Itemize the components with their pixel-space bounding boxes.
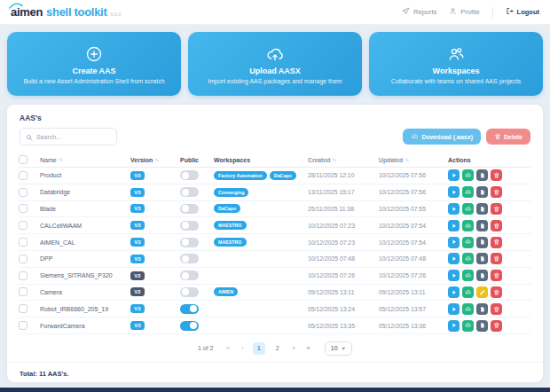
sort-icon[interactable]: ↑↓ bbox=[154, 157, 158, 162]
copy-action-button[interactable] bbox=[476, 169, 488, 181]
pagination-first-button[interactable]: « bbox=[224, 342, 232, 354]
download-action-button[interactable] bbox=[462, 237, 474, 248]
sort-icon[interactable]: ↑↓ bbox=[59, 157, 62, 162]
delete-action-button[interactable] bbox=[491, 286, 502, 298]
row-checkbox[interactable] bbox=[19, 321, 28, 330]
public-toggle[interactable] bbox=[180, 321, 199, 331]
pagination-prev-button[interactable]: ‹ bbox=[239, 342, 247, 354]
created-date: 28/11/2025 12:10 bbox=[308, 172, 379, 178]
sort-icon[interactable]: ↑↓ bbox=[405, 157, 408, 162]
public-toggle[interactable] bbox=[180, 170, 199, 180]
run-action-button[interactable] bbox=[448, 237, 460, 248]
delete-action-button[interactable] bbox=[491, 237, 502, 248]
sort-icon[interactable]: ↑↓ bbox=[332, 157, 335, 162]
public-toggle[interactable] bbox=[180, 221, 199, 231]
pagination-next-button[interactable]: › bbox=[290, 342, 298, 354]
select-all-checkbox[interactable] bbox=[19, 155, 28, 164]
bulk-delete-button[interactable]: Delete bbox=[486, 129, 530, 145]
public-toggle[interactable] bbox=[180, 238, 199, 247]
run-action-button[interactable] bbox=[448, 270, 460, 281]
nav-logout[interactable]: Logout bbox=[506, 7, 539, 17]
table-body: ProductV3Factory AutomationDaCapo28/11/2… bbox=[19, 168, 531, 334]
pagination: 1 of 2 « ‹ 12 › » 10 ▼ bbox=[7, 334, 543, 362]
download-action-button[interactable] bbox=[462, 286, 474, 298]
version-label: 0.0.0 bbox=[110, 12, 121, 17]
run-action-button[interactable] bbox=[448, 303, 460, 315]
row-checkbox[interactable] bbox=[19, 204, 28, 213]
delete-action-button[interactable] bbox=[491, 270, 502, 281]
copy-action-button[interactable] bbox=[476, 220, 488, 231]
table-row: Siemens_SITRANS_P320V210/12/2025 07:2610… bbox=[19, 268, 531, 285]
card-title: Workspaces bbox=[433, 67, 480, 75]
pagination-last-button[interactable]: » bbox=[303, 342, 312, 354]
upload-aasx-card[interactable]: Upload AASX Import existing AAS packages… bbox=[188, 32, 362, 96]
app-logo: aimen shell toolkit 0.0.0 bbox=[11, 5, 122, 19]
header-created[interactable]: Created↑↓ bbox=[308, 157, 379, 163]
copy-action-button[interactable] bbox=[476, 303, 488, 315]
delete-action-button[interactable] bbox=[491, 320, 502, 332]
download-action-button[interactable] bbox=[462, 303, 474, 315]
run-action-button[interactable] bbox=[448, 320, 460, 332]
copy-action-button[interactable] bbox=[476, 320, 488, 332]
run-action-button[interactable] bbox=[448, 286, 460, 298]
download-action-button[interactable] bbox=[462, 169, 474, 181]
delete-action-button[interactable] bbox=[491, 220, 502, 231]
created-date: 10/12/2025 07:23 bbox=[308, 223, 379, 229]
row-checkbox[interactable] bbox=[19, 304, 28, 313]
delete-action-button[interactable] bbox=[491, 186, 502, 198]
run-action-button[interactable] bbox=[448, 169, 460, 181]
copy-action-button[interactable] bbox=[476, 186, 488, 198]
row-checkbox[interactable] bbox=[19, 188, 28, 197]
download-aasx-label: Download (.aasx) bbox=[421, 134, 473, 140]
public-toggle[interactable] bbox=[180, 204, 199, 214]
delete-action-button[interactable] bbox=[491, 253, 502, 264]
nav-profile[interactable]: Profile bbox=[449, 7, 479, 17]
bulk-delete-label: Delete bbox=[504, 134, 522, 140]
row-checkbox[interactable] bbox=[19, 287, 28, 296]
delete-action-button[interactable] bbox=[491, 169, 502, 181]
download-action-button[interactable] bbox=[462, 220, 474, 231]
download-action-button[interactable] bbox=[462, 253, 474, 264]
created-date: 10/12/2025 07:48 bbox=[308, 255, 379, 262]
download-action-button[interactable] bbox=[462, 320, 474, 332]
row-checkbox[interactable] bbox=[19, 221, 28, 230]
row-checkbox[interactable] bbox=[19, 271, 28, 280]
aas-name: AIMEN_CAL bbox=[40, 239, 130, 246]
download-action-button[interactable] bbox=[462, 203, 474, 215]
copy-action-button[interactable] bbox=[476, 237, 488, 248]
row-checkbox[interactable] bbox=[19, 171, 28, 180]
copy-action-button[interactable] bbox=[476, 253, 488, 264]
public-toggle[interactable] bbox=[180, 287, 199, 297]
public-toggle[interactable] bbox=[180, 187, 199, 197]
header-version[interactable]: Version↑↓ bbox=[130, 157, 180, 163]
search-input[interactable] bbox=[36, 134, 111, 140]
card-title: Upload AASX bbox=[249, 67, 301, 75]
page-size-select[interactable]: 10 ▼ bbox=[325, 341, 352, 356]
nav-divider bbox=[492, 7, 493, 18]
run-action-button[interactable] bbox=[448, 220, 460, 231]
download-action-button[interactable] bbox=[462, 270, 474, 281]
pagination-page-2[interactable]: 2 bbox=[271, 342, 284, 355]
copy-action-button[interactable] bbox=[476, 270, 488, 281]
nav-reports[interactable]: Reports bbox=[402, 7, 436, 17]
public-toggle[interactable] bbox=[180, 254, 199, 263]
run-action-button[interactable] bbox=[448, 253, 460, 264]
run-action-button[interactable] bbox=[448, 203, 460, 215]
download-action-button[interactable] bbox=[462, 186, 474, 198]
workspaces-card[interactable]: Workspaces Collaborate with teams on sha… bbox=[369, 32, 543, 96]
row-checkbox[interactable] bbox=[19, 255, 28, 263]
edit-action-button[interactable] bbox=[476, 286, 488, 298]
version-badge: V2 bbox=[130, 271, 145, 280]
row-checkbox[interactable] bbox=[19, 238, 28, 247]
delete-action-button[interactable] bbox=[491, 303, 502, 315]
header-updated[interactable]: Updated↑↓ bbox=[379, 157, 448, 163]
public-toggle[interactable] bbox=[180, 304, 199, 314]
create-aas-card[interactable]: Create AAS Build a new Asset Administrat… bbox=[7, 32, 181, 96]
public-toggle[interactable] bbox=[180, 270, 199, 280]
delete-action-button[interactable] bbox=[491, 203, 502, 215]
pagination-page-1[interactable]: 1 bbox=[253, 342, 265, 355]
download-aasx-button[interactable]: Download (.aasx) bbox=[403, 129, 481, 145]
run-action-button[interactable] bbox=[448, 186, 460, 198]
header-name[interactable]: Name↑↓ bbox=[40, 157, 130, 163]
copy-action-button[interactable] bbox=[476, 203, 488, 215]
